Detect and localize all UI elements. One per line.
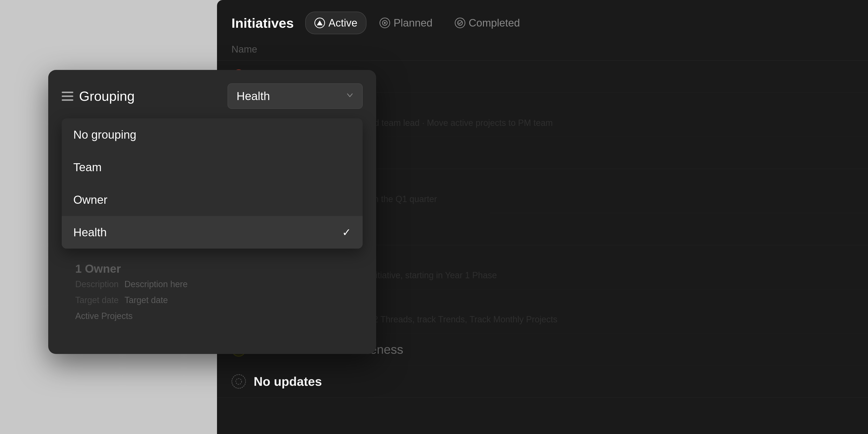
no-updates-section[interactable]: No updates xyxy=(217,366,868,398)
grouping-title: Grouping xyxy=(79,88,134,104)
grouping-dropdown-menu: No grouping Team Owner Health ✓ xyxy=(62,118,363,249)
svg-point-4 xyxy=(236,378,242,384)
dropdown-item-team[interactable]: Team xyxy=(62,151,363,184)
bg-label-row: Description Description here xyxy=(75,279,349,289)
bg-card-content: 1 Owner Description Description here Tar… xyxy=(62,249,363,340)
grouping-panel: Grouping Health No grouping Team Owner H… xyxy=(48,70,376,354)
team-label: Team xyxy=(73,161,101,174)
svg-point-2 xyxy=(384,22,386,24)
grouping-dropdown-selector[interactable]: Health xyxy=(227,84,363,109)
planned-tab-icon xyxy=(379,18,390,28)
bg-active-projects-row: Active Projects xyxy=(75,311,349,321)
dropdown-item-health[interactable]: Health ✓ xyxy=(62,216,363,249)
chevron-down-icon xyxy=(346,91,354,101)
completed-tab-icon xyxy=(455,18,465,28)
tab-active[interactable]: Active xyxy=(305,11,367,34)
svg-marker-0 xyxy=(317,21,322,25)
no-updates-label: No updates xyxy=(254,374,322,389)
app-header: Initiatives Active Planned xyxy=(217,0,868,34)
tab-completed-label: Completed xyxy=(469,17,520,29)
tab-planned[interactable]: Planned xyxy=(370,11,441,34)
health-checkmark: ✓ xyxy=(342,226,351,239)
tab-planned-label: Planned xyxy=(394,17,432,29)
tab-active-label: Active xyxy=(329,17,357,29)
column-header: Name xyxy=(217,34,868,61)
grouping-header: Grouping Health xyxy=(62,84,363,109)
owner-label: Owner xyxy=(73,193,107,207)
dropdown-item-owner[interactable]: Owner xyxy=(62,184,363,216)
health-label: Health xyxy=(73,226,107,239)
no-updates-icon xyxy=(231,374,246,389)
tab-completed[interactable]: Completed xyxy=(445,11,529,34)
active-tab-icon xyxy=(314,18,325,28)
bg-section-title: 1 Owner xyxy=(75,262,349,275)
no-grouping-label: No grouping xyxy=(73,128,136,141)
dropdown-item-no-grouping[interactable]: No grouping xyxy=(62,118,363,151)
app-title: Initiatives xyxy=(231,15,294,31)
selected-grouping-label: Health xyxy=(237,89,270,103)
bg-target-row: Target date Target date xyxy=(75,295,349,305)
hamburger-icon xyxy=(62,92,73,101)
grouping-title-row: Grouping xyxy=(62,88,134,104)
